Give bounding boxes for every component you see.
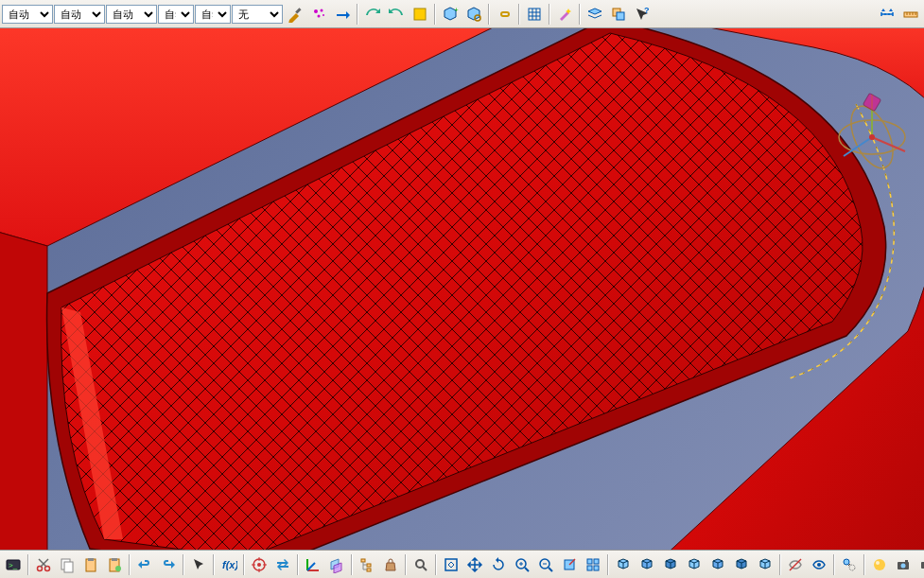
- svg-rect-206: [445, 559, 457, 570]
- separator: [435, 554, 437, 575]
- dropdown-1[interactable]: 自动: [2, 5, 53, 24]
- spray-icon[interactable]: [307, 3, 330, 26]
- dropdown-4[interactable]: 自动: [158, 5, 194, 24]
- swatch-icon[interactable]: [409, 3, 431, 26]
- bag-icon[interactable]: [379, 553, 402, 576]
- render-icon[interactable]: [868, 553, 891, 576]
- svg-rect-176: [863, 93, 880, 111]
- stack-icon[interactable]: [607, 3, 630, 26]
- paste-icon[interactable]: [79, 553, 102, 576]
- separator: [213, 554, 215, 575]
- svg-line-200: [307, 563, 315, 570]
- svg-rect-14: [617, 12, 624, 20]
- cube-find-icon[interactable]: [462, 3, 485, 26]
- separator: [833, 554, 835, 575]
- help-arrow-icon[interactable]: ?: [631, 3, 654, 26]
- separator: [549, 4, 550, 25]
- link-icon[interactable]: [493, 3, 515, 26]
- top-icon[interactable]: [730, 553, 753, 576]
- svg-rect-217: [594, 559, 599, 564]
- fit-icon[interactable]: [440, 553, 462, 576]
- viewport-3d[interactable]: [0, 28, 924, 550]
- separator: [518, 4, 520, 25]
- undo-curve-icon[interactable]: [361, 3, 384, 26]
- view-compass[interactable]: [829, 85, 915, 170]
- svg-rect-216: [587, 559, 592, 564]
- svg-text:f(x): f(x): [222, 559, 237, 570]
- dropdown-2[interactable]: 自动: [54, 5, 105, 24]
- svg-point-1: [314, 9, 318, 13]
- terminal-icon[interactable]: >_: [2, 553, 25, 576]
- svg-point-3: [318, 14, 321, 17]
- redo-curve-icon[interactable]: [385, 3, 408, 26]
- view-normal-icon[interactable]: [558, 553, 581, 576]
- body-left-side: [0, 227, 47, 550]
- planes-icon[interactable]: [325, 553, 348, 576]
- layer-icon[interactable]: [584, 3, 606, 26]
- dropdown-5[interactable]: 自动: [195, 5, 231, 24]
- brush-icon[interactable]: [284, 3, 306, 26]
- redo-icon[interactable]: [157, 553, 180, 576]
- swap-vis-icon[interactable]: [838, 553, 861, 576]
- pointer-icon[interactable]: [187, 553, 210, 576]
- svg-rect-185: [64, 562, 73, 572]
- show-icon[interactable]: [808, 553, 830, 576]
- separator: [129, 554, 131, 575]
- svg-rect-218: [587, 566, 592, 570]
- axis-icon[interactable]: [302, 553, 324, 576]
- fx-icon[interactable]: f(x): [218, 553, 240, 576]
- left-icon[interactable]: [683, 553, 706, 576]
- dropdown-3[interactable]: 自动: [106, 5, 157, 24]
- arrow-icon[interactable]: [331, 3, 354, 26]
- back-icon[interactable]: [659, 553, 682, 576]
- magic-icon[interactable]: [553, 3, 576, 26]
- move-icon[interactable]: [463, 553, 486, 576]
- svg-point-224: [874, 559, 885, 570]
- rotate-icon[interactable]: [487, 553, 510, 576]
- swap-icon[interactable]: [271, 553, 294, 576]
- separator: [779, 554, 781, 575]
- bottom-icon[interactable]: [754, 553, 776, 576]
- right-icon[interactable]: [706, 553, 729, 576]
- search-icon[interactable]: [410, 553, 432, 576]
- tree-icon[interactable]: [356, 553, 378, 576]
- separator: [488, 4, 490, 25]
- svg-point-225: [876, 561, 880, 565]
- svg-point-227: [901, 563, 906, 568]
- svg-point-190: [115, 566, 121, 571]
- svg-line-174: [872, 137, 905, 151]
- svg-point-223: [849, 565, 855, 570]
- svg-point-204: [416, 560, 424, 568]
- svg-rect-201: [361, 559, 365, 562]
- iso-icon[interactable]: [612, 553, 635, 576]
- cad-part: [0, 28, 924, 550]
- ruler-icon[interactable]: [899, 3, 922, 26]
- zoom-out-icon[interactable]: [534, 553, 557, 576]
- svg-line-212: [549, 568, 552, 571]
- svg-rect-228: [905, 560, 908, 562]
- svg-rect-8: [529, 9, 540, 20]
- copy-icon[interactable]: [56, 553, 78, 576]
- front-icon[interactable]: [636, 553, 658, 576]
- top-toolbar: 自动 自动 自动 自动 自动 无 +?: [0, 0, 924, 28]
- svg-text:+: +: [454, 6, 459, 14]
- dropdown-6[interactable]: 无: [232, 5, 283, 24]
- cut-icon[interactable]: [32, 553, 55, 576]
- grid-icon[interactable]: [523, 3, 546, 26]
- svg-point-177: [869, 134, 875, 140]
- svg-rect-189: [112, 558, 117, 561]
- record-icon[interactable]: [915, 553, 924, 576]
- hide-icon[interactable]: [784, 553, 807, 576]
- measure-icon[interactable]: [876, 3, 898, 26]
- svg-rect-5: [414, 9, 426, 20]
- undo-icon[interactable]: [133, 553, 156, 576]
- camera-icon[interactable]: [892, 553, 915, 576]
- svg-point-222: [844, 559, 849, 565]
- svg-point-2: [321, 9, 323, 11]
- cube-add-icon[interactable]: +: [439, 3, 462, 26]
- paste-special-icon[interactable]: [103, 553, 126, 576]
- multiview-icon[interactable]: [582, 553, 604, 576]
- separator: [434, 4, 436, 25]
- zoom-in-icon[interactable]: [511, 553, 533, 576]
- target-icon[interactable]: [248, 553, 270, 576]
